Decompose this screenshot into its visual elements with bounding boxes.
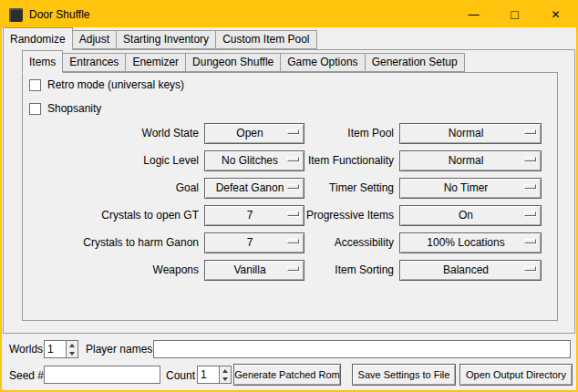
weapons-label: Weapons xyxy=(27,263,199,276)
save-settings-button[interactable]: Save Settings to File xyxy=(352,364,456,386)
dropdown-indicator-icon xyxy=(524,157,536,161)
timer-setting-label: Timer Setting xyxy=(303,181,394,194)
count-spinbox[interactable]: 1 xyxy=(197,366,232,384)
progressive-items-dropdown[interactable]: On xyxy=(399,205,542,226)
left-options-column: World State Open Logic Level No Glitches… xyxy=(27,119,304,284)
crystals-open-gt-label: Crystals to open GT xyxy=(27,209,199,222)
subtab-entrances[interactable]: Entrances xyxy=(62,53,126,72)
checkbox-box-icon xyxy=(29,103,41,115)
count-label: Count xyxy=(166,366,195,386)
dropdown-indicator-icon xyxy=(287,211,299,216)
player-names-label: Player names xyxy=(86,339,152,359)
item-sorting-dropdown[interactable]: Balanced xyxy=(399,260,542,281)
tab-custom-item-pool[interactable]: Custom Item Pool xyxy=(215,30,316,49)
window-title: Door Shuffle xyxy=(29,8,90,21)
crystals-harm-ganon-label: Crystals to harm Ganon xyxy=(27,236,199,249)
logic-level-dropdown[interactable]: No Glitches xyxy=(204,150,304,171)
spin-up-icon[interactable] xyxy=(67,341,77,349)
dropdown-indicator-icon xyxy=(287,157,299,161)
dropdown-indicator-icon xyxy=(524,266,536,271)
retro-mode-checkbox[interactable]: Retro mode (universal keys) xyxy=(29,77,184,92)
option-row: Progressive Items On xyxy=(303,201,542,229)
option-row: Accessibility 100% Locations xyxy=(303,229,542,256)
dropdown-indicator-icon xyxy=(524,211,536,216)
item-sorting-label: Item Sorting xyxy=(303,263,394,276)
player-names-input[interactable] xyxy=(153,340,571,358)
item-pool-label: Item Pool xyxy=(303,127,394,139)
item-functionality-dropdown[interactable]: Normal xyxy=(399,150,542,171)
dropdown-indicator-icon xyxy=(287,266,299,271)
crystals-harm-ganon-dropdown[interactable]: 7 xyxy=(204,232,304,253)
spin-up-icon[interactable] xyxy=(220,366,231,375)
world-state-dropdown[interactable]: Open xyxy=(204,123,304,144)
worlds-label: Worlds xyxy=(9,339,43,359)
close-icon[interactable]: ✕ xyxy=(535,2,576,27)
checkbox-box-icon xyxy=(29,79,41,91)
seed-input[interactable] xyxy=(44,366,160,384)
open-output-directory-button[interactable]: Open Output Directory xyxy=(459,364,573,386)
maximize-icon[interactable]: □ xyxy=(494,2,535,27)
right-options-column: Item Pool Normal Item Functionality Norm… xyxy=(303,119,542,284)
tab-starting-inventory[interactable]: Starting Inventory xyxy=(116,30,216,49)
title-bar: Door Shuffle — □ ✕ xyxy=(2,2,576,27)
timer-setting-dropdown[interactable]: No Timer xyxy=(399,178,542,199)
option-row: Logic Level No Glitches xyxy=(27,147,304,174)
option-row: Goal Defeat Ganon xyxy=(27,174,304,201)
option-row: Item Pool Normal xyxy=(303,119,542,147)
option-row: Item Sorting Balanced xyxy=(303,256,542,284)
world-state-label: World State xyxy=(27,127,199,139)
main-tab-bar: Randomize Adjust Starting Inventory Cust… xyxy=(3,30,317,49)
count-value: 1 xyxy=(198,366,219,383)
worlds-value: 1 xyxy=(45,341,66,357)
dropdown-indicator-icon xyxy=(287,129,299,134)
app-window: Door Shuffle — □ ✕ Randomize Adjust Star… xyxy=(2,2,576,390)
checkbox-label: Shopsanity xyxy=(47,102,101,115)
checkbox-label: Retro mode (universal keys) xyxy=(47,78,184,91)
subtab-game-options[interactable]: Game Options xyxy=(280,53,365,72)
dropdown-indicator-icon xyxy=(524,129,536,134)
subtab-items[interactable]: Items xyxy=(22,50,63,73)
seed-label: Seed # xyxy=(9,366,44,386)
dropdown-indicator-icon xyxy=(524,184,536,189)
option-row: Item Functionality Normal xyxy=(303,147,542,174)
dropdown-indicator-icon xyxy=(287,184,299,189)
option-row: Timer Setting No Timer xyxy=(303,174,542,201)
worlds-spinbox[interactable]: 1 xyxy=(44,340,78,358)
progressive-items-label: Progressive Items xyxy=(303,209,394,222)
subtab-enemizer[interactable]: Enemizer xyxy=(125,53,186,72)
generate-patched-rom-button[interactable]: Generate Patched Rom xyxy=(233,364,341,386)
goal-dropdown[interactable]: Defeat Ganon xyxy=(204,178,304,199)
goal-label: Goal xyxy=(27,181,199,194)
crystals-open-gt-dropdown[interactable]: 7 xyxy=(204,205,304,226)
spin-arrows xyxy=(66,341,77,357)
dropdown-indicator-icon xyxy=(524,239,536,243)
shopsanity-checkbox[interactable]: Shopsanity xyxy=(29,101,101,116)
subtab-generation-setup[interactable]: Generation Setup xyxy=(365,53,465,72)
option-row: Crystals to open GT 7 xyxy=(27,201,304,229)
option-row: Weapons Vanilla xyxy=(27,256,304,284)
option-row: Crystals to harm Ganon 7 xyxy=(27,229,304,256)
sub-tab-bar: Items Entrances Enemizer Dungeon Shuffle… xyxy=(22,52,465,72)
window-body: Randomize Adjust Starting Inventory Cust… xyxy=(2,27,576,390)
spin-down-icon[interactable] xyxy=(220,375,231,383)
weapons-dropdown[interactable]: Vanilla xyxy=(204,260,304,281)
tab-randomize[interactable]: Randomize xyxy=(3,27,73,50)
spin-down-icon[interactable] xyxy=(67,349,77,357)
option-row: World State Open xyxy=(27,119,304,147)
subtab-dungeon-shuffle[interactable]: Dungeon Shuffle xyxy=(185,53,281,72)
item-functionality-label: Item Functionality xyxy=(303,154,394,167)
minimize-icon[interactable]: — xyxy=(453,2,494,27)
app-icon xyxy=(9,8,23,22)
tab-adjust[interactable]: Adjust xyxy=(72,30,117,49)
window-controls: — □ ✕ xyxy=(453,2,576,27)
spin-arrows xyxy=(219,366,231,383)
accessibility-dropdown[interactable]: 100% Locations xyxy=(399,232,542,253)
logic-level-label: Logic Level xyxy=(27,154,199,167)
item-pool-dropdown[interactable]: Normal xyxy=(399,123,542,144)
accessibility-label: Accessibility xyxy=(303,236,394,249)
dropdown-indicator-icon xyxy=(287,239,299,243)
